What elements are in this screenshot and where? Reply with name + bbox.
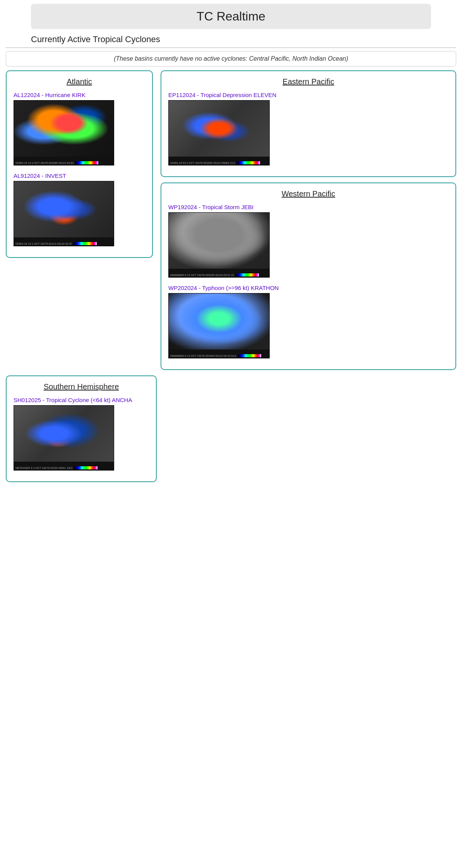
wp192024-link[interactable]: WP192024 - Tropical Storm JEBI (168, 204, 448, 210)
eastern-pacific-panel: Eastern Pacific EP112024 - Tropical Depr… (161, 70, 456, 177)
atlantic-panel: Atlantic AL122024 - Hurricane KIRK GOES-… (6, 70, 153, 258)
al912024-caption-text: GOES-16 13 1 OCT 24275 02110 03110 02:37 (15, 242, 72, 245)
page-title: TC Realtime (197, 9, 265, 23)
southern-row: Southern Hemisphere SH012025 - Tropical … (0, 375, 462, 482)
al122024-img-caption: GOES-16 13 2 OCT 24276 021000 03110 03:3… (14, 160, 114, 165)
basins-container: Atlantic AL122024 - Hurricane KIRK GOES-… (0, 70, 462, 370)
al122024-image-container: GOES-16 13 2 OCT 24276 021000 03110 03:3… (14, 100, 114, 165)
al122024-caption-text: GOES-16 13 2 OCT 24276 021000 03110 03:3… (15, 162, 74, 164)
color-bar-4 (236, 273, 259, 276)
color-bar-5 (238, 354, 261, 357)
al912024-img-caption: GOES-16 13 1 OCT 24275 02110 03110 02:37 (14, 241, 114, 246)
color-bar-1 (75, 161, 98, 164)
ep112024-link[interactable]: EP112024 - Tropical Depression ELEVEN (168, 92, 448, 98)
atlantic-title: Atlantic (14, 77, 145, 86)
wp192024-image-container: HIMAWARI-9 13 OCT 24276 003150 03110 03:… (168, 212, 270, 278)
western-pacific-panel: Western Pacific WP192024 - Tropical Stor… (161, 182, 456, 370)
southern-column: Southern Hemisphere SH012025 - Tropical … (6, 375, 157, 482)
color-bar-2 (74, 242, 97, 245)
wp202024-img-caption: HIMAWARI-9 13 OCT 24276 001000 03110 03:… (169, 353, 269, 358)
left-column: Atlantic AL122024 - Hurricane KIRK GOES-… (6, 70, 157, 370)
ep112024-img-caption: GOES-16 53 2 OCT 24276 001000 03110 0006… (169, 160, 269, 165)
southern-hemisphere-title: Southern Hemisphere (14, 382, 149, 391)
sh012025-caption-text: METEOSAT 9 2 OCT 24276 02100 03001 1001 (15, 467, 73, 469)
al912024-link[interactable]: AL912024 - INVEST (14, 172, 145, 179)
no-active-text: (These basins currently have no active c… (114, 55, 348, 62)
al912024-satellite-image (14, 181, 114, 241)
right-column: Eastern Pacific EP112024 - Tropical Depr… (157, 70, 456, 370)
western-pacific-title: Western Pacific (168, 189, 448, 198)
sh012025-link[interactable]: SH012025 - Tropical Cyclone (<64 kt) ANC… (14, 397, 149, 403)
sh012025-img-caption: METEOSAT 9 2 OCT 24276 02100 03001 1001 (14, 466, 114, 470)
wp202024-caption-text: HIMAWARI-9 13 OCT 24276 001000 03110 03:… (170, 355, 236, 357)
wp202024-image-container: HIMAWARI-9 13 OCT 24276 001000 03110 03:… (168, 293, 270, 358)
sh012025-satellite-image (14, 406, 114, 466)
ep112024-caption-text: GOES-16 53 2 OCT 24276 001000 03110 0006… (170, 162, 235, 164)
eastern-pacific-title: Eastern Pacific (168, 77, 448, 86)
page-subtitle: Currently Active Tropical Cyclones (31, 34, 462, 44)
southern-hemisphere-panel: Southern Hemisphere SH012025 - Tropical … (6, 375, 157, 482)
al122024-satellite-image (14, 101, 114, 160)
no-active-notice: (These basins currently have no active c… (6, 51, 456, 67)
wp192024-caption-text: HIMAWARI-9 13 OCT 24276 003150 03110 03:… (170, 274, 234, 276)
wp202024-link[interactable]: WP202024 - Typhoon (>=96 kt) KRATHON (168, 285, 448, 291)
divider (6, 48, 456, 48)
ep112024-satellite-image (169, 101, 269, 160)
wp202024-satellite-image (169, 293, 269, 353)
wp192024-img-caption: HIMAWARI-9 13 OCT 24276 003150 03110 03:… (169, 273, 269, 277)
al912024-image-container: GOES-16 13 1 OCT 24275 02110 03110 02:37 (14, 181, 114, 246)
sh012025-image-container: METEOSAT 9 2 OCT 24276 02100 03001 1001 (14, 405, 114, 471)
color-bar-6 (74, 466, 98, 469)
al122024-link[interactable]: AL122024 - Hurricane KIRK (14, 92, 145, 98)
color-bar-3 (237, 161, 260, 164)
ep112024-image-container: GOES-16 53 2 OCT 24276 001000 03110 0006… (168, 100, 270, 165)
wp192024-satellite-image (169, 213, 269, 273)
header-bar: TC Realtime (31, 4, 431, 29)
